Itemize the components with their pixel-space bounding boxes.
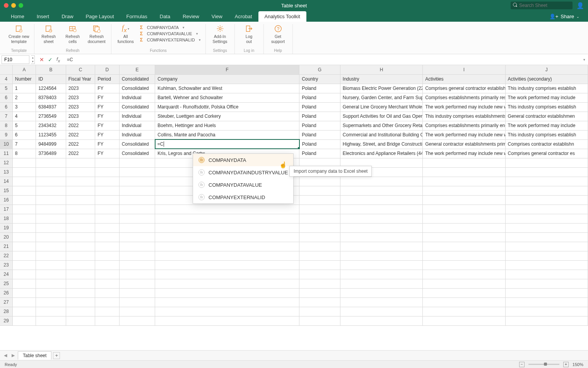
cell-H6[interactable]: Nursery, Garden Center, and Farm Supply xyxy=(340,93,422,102)
cell-E20[interactable] xyxy=(119,232,155,242)
cell-A16[interactable] xyxy=(12,195,36,205)
cell-D8[interactable]: FY xyxy=(95,121,120,130)
cell-H7[interactable]: Support Activities for Oil and Gas Opera… xyxy=(340,112,422,121)
cell-H18[interactable] xyxy=(340,214,422,223)
cell-C17[interactable] xyxy=(66,205,95,214)
col-header-D[interactable]: D xyxy=(95,65,120,74)
cell-J12[interactable] xyxy=(505,158,588,167)
cell-I9[interactable]: The work performed may include new wo xyxy=(423,130,505,139)
cell-F24[interactable] xyxy=(155,270,299,279)
cell-J20[interactable] xyxy=(505,232,588,242)
menu-tab-insert[interactable]: Insert xyxy=(31,11,56,22)
cell-H9[interactable]: Commercial and Institutional Building Co… xyxy=(340,130,422,139)
menu-tab-view[interactable]: View xyxy=(205,11,229,22)
cell-E15[interactable] xyxy=(119,186,155,195)
cell-E11[interactable]: Consolidated xyxy=(119,149,155,158)
cell-E19[interactable] xyxy=(119,223,155,232)
cell-A19[interactable] xyxy=(12,223,36,232)
cell-H15[interactable] xyxy=(340,186,422,195)
cell-I21[interactable] xyxy=(423,242,505,251)
cell-D22[interactable] xyxy=(95,251,120,260)
cell-I6[interactable]: Comprises establishments primarily resp xyxy=(423,93,505,102)
cell-C6[interactable]: 2023 xyxy=(66,93,95,102)
cell-F9[interactable]: Collins, Mante and Pacocha xyxy=(155,130,299,139)
cell-I10[interactable]: General contractor establishments prima xyxy=(423,139,505,149)
cell-F25[interactable] xyxy=(155,279,299,288)
zoom-out-button[interactable]: − xyxy=(519,362,525,367)
cell-I25[interactable] xyxy=(423,279,505,288)
cell-D10[interactable]: FY xyxy=(95,139,120,149)
cell-J25[interactable] xyxy=(505,279,588,288)
cell-A7[interactable]: 4 xyxy=(12,112,36,121)
cell-D25[interactable] xyxy=(95,279,120,288)
col-header-I[interactable]: I xyxy=(423,65,505,74)
cell-H6[interactable]: General Line Grocery Merchant Wholesale xyxy=(340,102,422,112)
cell-E16[interactable] xyxy=(119,195,155,205)
cell-J18[interactable] xyxy=(505,214,588,223)
row-header-7[interactable]: 7 xyxy=(0,112,12,121)
col-header-J[interactable]: J xyxy=(505,65,588,74)
cell-B23[interactable] xyxy=(36,260,66,270)
cell-G25[interactable] xyxy=(299,279,340,288)
cell-C28[interactable] xyxy=(66,307,95,316)
cell-G28[interactable] xyxy=(299,307,340,316)
refresh-sheet-button[interactable]: Refreshsheet xyxy=(39,24,58,44)
row-header-10[interactable]: 10 xyxy=(0,139,12,149)
cell-F6[interactable]: Bartell, Wehner and Schowalter xyxy=(155,93,299,102)
cell-C14[interactable] xyxy=(66,177,95,186)
menu-tab-formulas[interactable]: Formulas xyxy=(120,11,154,22)
cell-C5[interactable]: 2023 xyxy=(66,84,95,93)
cell-D16[interactable] xyxy=(95,195,120,205)
cell-B6[interactable]: 6384937 xyxy=(36,102,66,112)
name-box-stepper[interactable]: ▴▾ xyxy=(31,55,35,64)
cell-I15[interactable] xyxy=(423,186,505,195)
header-cell-H[interactable]: Industry xyxy=(340,74,422,84)
cell-E10[interactable]: Consolidated xyxy=(119,139,155,149)
close-icon[interactable] xyxy=(4,3,9,8)
all-functions-button[interactable]: fx▾Allfunctions xyxy=(116,24,135,44)
addin-settings-button[interactable]: Add-InSettings xyxy=(210,24,230,44)
cell-E6[interactable]: Consolidated xyxy=(119,102,155,112)
cell-A6[interactable]: 3 xyxy=(12,102,36,112)
cell-B12[interactable] xyxy=(36,158,66,167)
autocomplete-item-companydata[interactable]: fxCOMPANYDATA xyxy=(193,154,293,166)
cell-E7[interactable]: Individual xyxy=(119,112,155,121)
cell-I26[interactable] xyxy=(423,288,505,297)
cell-J24[interactable] xyxy=(505,270,588,279)
minimize-icon[interactable] xyxy=(11,3,16,8)
cell-H24[interactable] xyxy=(340,270,422,279)
cell-G5[interactable]: Poland xyxy=(299,84,340,93)
cell-J13[interactable] xyxy=(505,167,588,177)
cell-B22[interactable] xyxy=(36,251,66,260)
cell-H26[interactable] xyxy=(340,288,422,297)
menu-tab-review[interactable]: Review xyxy=(176,11,205,22)
cell-B24[interactable] xyxy=(36,270,66,279)
autocomplete-item-companydataindustryvalue[interactable]: fxCOMPANYDATAINDUSTRYVALUE xyxy=(193,166,293,179)
cell-E22[interactable] xyxy=(119,251,155,260)
cell-G22[interactable] xyxy=(299,251,340,260)
formula-input[interactable] xyxy=(65,57,583,62)
cell-B28[interactable] xyxy=(36,307,66,316)
cell-C8[interactable]: 2022 xyxy=(66,121,95,130)
cell-G15[interactable] xyxy=(299,186,340,195)
cell-G8[interactable]: Poland xyxy=(299,121,340,130)
cell-A14[interactable] xyxy=(12,177,36,186)
cell-D13[interactable] xyxy=(95,167,120,177)
cell-G19[interactable] xyxy=(299,223,340,232)
cell-B21[interactable] xyxy=(36,242,66,251)
cell-E5[interactable]: Consolidated xyxy=(119,84,155,93)
cell-A27[interactable] xyxy=(12,297,36,307)
header-cell-D[interactable]: Period xyxy=(95,74,120,84)
zoom-in-button[interactable]: + xyxy=(563,362,569,367)
user-avatar-icon[interactable]: 👤 xyxy=(576,2,584,9)
cell-B17[interactable] xyxy=(36,205,66,214)
cell-D26[interactable] xyxy=(95,288,120,297)
cell-G29[interactable] xyxy=(299,316,340,325)
cell-A25[interactable] xyxy=(12,279,36,288)
cell-H27[interactable] xyxy=(340,297,422,307)
cell-I17[interactable] xyxy=(423,205,505,214)
cell-I24[interactable] xyxy=(423,270,505,279)
cell-D6[interactable]: FY xyxy=(95,93,120,102)
menu-tab-page-layout[interactable]: Page Layout xyxy=(80,11,120,22)
formula-bar-expand-icon[interactable]: ▾ xyxy=(583,58,588,62)
